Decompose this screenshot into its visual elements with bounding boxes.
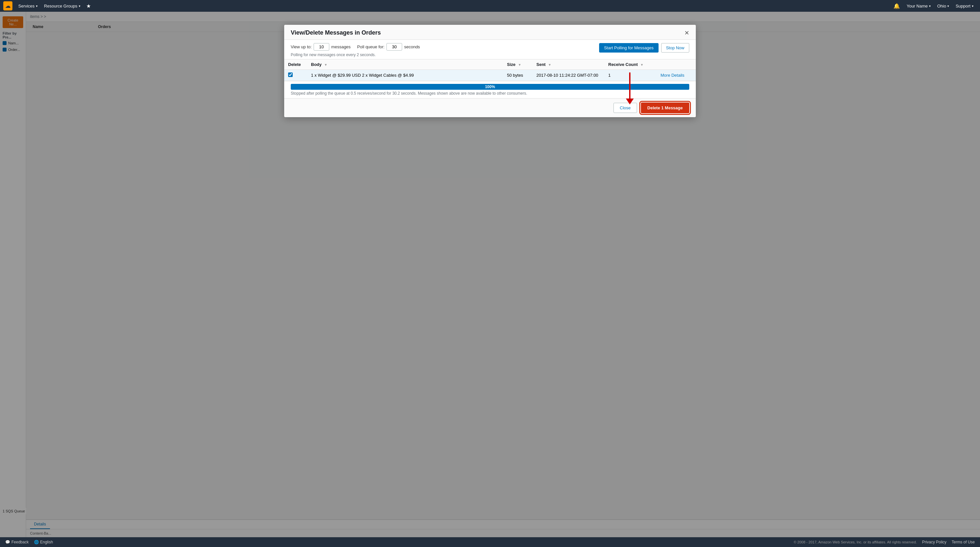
body-column-header[interactable]: Body ▼ (307, 59, 503, 70)
red-arrow-annotation (626, 73, 634, 105)
modal-footer: Close Delete 1 Message (284, 98, 696, 117)
region-chevron-icon: ▾ (947, 4, 949, 8)
language-label: English (40, 540, 53, 544)
view-delete-messages-modal: View/Delete Messages in Orders ✕ View up… (284, 25, 696, 117)
modal-header: View/Delete Messages in Orders ✕ (284, 25, 696, 40)
footer-bar: 💬 Feedback 🌐 English © 2008 - 2017, Amaz… (0, 537, 980, 547)
row-checkbox[interactable] (288, 73, 293, 77)
aws-logo[interactable]: ☁ (3, 1, 13, 10)
modal-close-button[interactable]: ✕ (684, 30, 689, 36)
red-arrow-head (626, 98, 634, 105)
top-navigation: ☁ Services ▾ Resource Groups ▾ ★ 🔔 Your … (0, 0, 980, 12)
view-up-to-input[interactable] (313, 43, 329, 51)
size-column-header[interactable]: Size ▼ (503, 59, 533, 70)
row-checkbox-cell (284, 70, 307, 81)
logo-symbol: ☁ (5, 3, 10, 9)
polling-buttons: Start Polling for Messages Stop Now (599, 43, 689, 52)
region-label: Ohio (937, 3, 946, 8)
privacy-policy-link[interactable]: Privacy Policy (922, 540, 947, 544)
support-chevron-icon: ▾ (972, 4, 974, 8)
support-label: Support (956, 3, 970, 8)
poll-seconds-input[interactable] (387, 43, 402, 51)
feedback-item[interactable]: 💬 Feedback (5, 540, 29, 544)
red-arrow-line (629, 73, 630, 98)
progress-container: 100% Stopped after polling the queue at … (284, 81, 696, 98)
favorites-star-icon[interactable]: ★ (84, 3, 94, 9)
region-menu[interactable]: Ohio ▾ (934, 3, 952, 8)
table-row: 1 x Widget @ $29.99 USD 2 x Widget Cable… (284, 70, 696, 81)
delete-message-button[interactable]: Delete 1 Message (641, 103, 689, 113)
messages-table-container: Delete Body ▼ Size ▼ Sent ▼ (284, 59, 696, 81)
sent-sort-icon: ▼ (548, 63, 551, 67)
services-label: Services (18, 3, 35, 8)
actions-column-header (657, 59, 696, 70)
resource-groups-menu[interactable]: Resource Groups ▾ (41, 0, 84, 12)
poll-queue-group: Poll queue for: seconds (357, 43, 420, 51)
services-menu[interactable]: Services ▾ (15, 0, 41, 12)
table-header-row: Delete Body ▼ Size ▼ Sent ▼ (284, 59, 696, 70)
view-up-to-group: View up to: messages (291, 43, 350, 51)
messages-label: messages (331, 44, 350, 49)
language-item[interactable]: 🌐 English (34, 540, 53, 544)
user-chevron-icon: ▾ (929, 4, 931, 8)
poll-queue-label: Poll queue for: (357, 44, 385, 49)
terms-of-use-link[interactable]: Terms of Use (951, 540, 975, 544)
progress-percent-label: 100% (485, 84, 495, 89)
messages-table: Delete Body ▼ Size ▼ Sent ▼ (284, 59, 696, 81)
language-icon: 🌐 (34, 540, 39, 544)
copyright-text: © 2008 - 2017, Amazon Web Services, Inc.… (794, 540, 917, 544)
user-name-label: Your Name (907, 3, 928, 8)
start-polling-button[interactable]: Start Polling for Messages (599, 43, 659, 52)
feedback-icon: 💬 (5, 540, 10, 544)
receive-count-sort-icon: ▼ (640, 63, 644, 67)
view-up-to-label: View up to: (291, 44, 312, 49)
polling-status-text: Polling for new messages once every 2 se… (284, 52, 696, 59)
feedback-label: Feedback (11, 540, 29, 544)
body-sort-icon: ▼ (324, 63, 327, 67)
support-menu[interactable]: Support ▾ (952, 3, 977, 8)
notifications-bell-icon[interactable]: 🔔 (890, 3, 903, 9)
resource-groups-label: Resource Groups (44, 3, 78, 8)
size-cell: 50 bytes (503, 70, 533, 81)
modal-title: View/Delete Messages in Orders (291, 29, 381, 36)
controls-row: View up to: messages Poll queue for: sec… (284, 40, 696, 52)
delete-column-header: Delete (284, 59, 307, 70)
user-menu[interactable]: Your Name ▾ (903, 3, 934, 8)
more-details-cell: More Details (657, 70, 696, 81)
seconds-label: seconds (404, 44, 420, 49)
services-chevron-icon: ▾ (36, 4, 38, 8)
stop-now-button[interactable]: Stop Now (661, 43, 689, 52)
receive-count-column-header[interactable]: Receive Count ▼ (605, 59, 657, 70)
sent-column-header[interactable]: Sent ▼ (533, 59, 605, 70)
more-details-link[interactable]: More Details (660, 73, 684, 78)
modal-overlay: View/Delete Messages in Orders ✕ View up… (0, 12, 980, 537)
size-sort-icon: ▼ (518, 63, 521, 67)
resource-groups-chevron-icon: ▾ (79, 4, 80, 8)
sent-cell: 2017-08-10 11:24:22 GMT-07:00 (533, 70, 605, 81)
body-cell: 1 x Widget @ $29.99 USD 2 x Widget Cable… (307, 70, 503, 81)
